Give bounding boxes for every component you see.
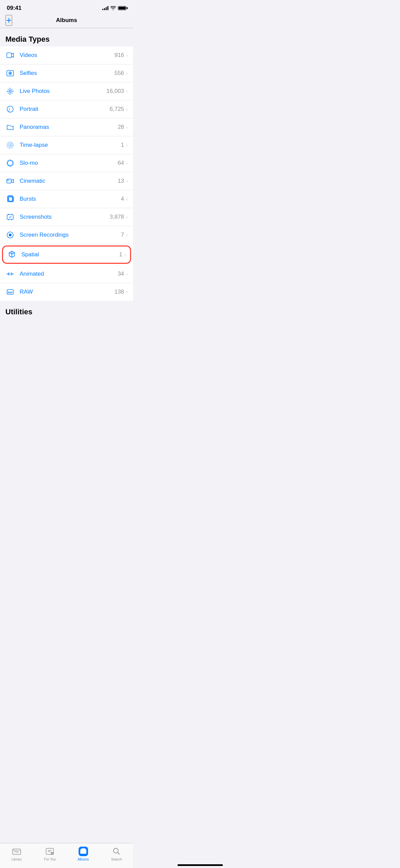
slo-mo-label: Slo-mo <box>20 160 118 166</box>
videos-right: 916 › <box>114 52 128 59</box>
raw-chevron: › <box>126 289 128 295</box>
live-photos-count: 16,003 <box>106 88 124 95</box>
list-item-screenshots[interactable]: Screenshots 3,878 › <box>0 208 133 226</box>
animated-icon <box>5 269 15 279</box>
list-item-live-photos[interactable]: Live Photos 16,003 › <box>0 82 133 100</box>
live-photos-label: Live Photos <box>20 88 106 95</box>
list-item-time-lapse[interactable]: Time-lapse 1 › <box>0 136 133 154</box>
screenshots-chevron: › <box>126 214 128 220</box>
list-item-videos[interactable]: Videos 916 › <box>0 46 133 64</box>
animated-count: 34 <box>118 271 124 277</box>
spatial-label: Spatial <box>21 251 119 258</box>
bursts-chevron: › <box>126 196 128 202</box>
add-button[interactable]: + <box>5 15 12 26</box>
screen-recordings-icon <box>5 230 15 240</box>
screenshots-icon <box>5 212 15 222</box>
portrait-count: 6,725 <box>110 106 124 113</box>
header-title: Albums <box>56 17 77 24</box>
svg-line-20 <box>8 165 9 165</box>
svg-point-11 <box>10 145 11 146</box>
utilities-title: Utilities <box>5 308 32 316</box>
cinematic-icon <box>5 176 15 186</box>
slo-mo-count: 64 <box>118 160 124 166</box>
raw-icon: RAW <box>5 287 15 297</box>
screen-recordings-right: 7 › <box>121 232 128 238</box>
list-item-cinematic[interactable]: Cinematic 13 › <box>0 172 133 190</box>
selfies-chevron: › <box>126 71 128 76</box>
panoramas-count: 28 <box>118 124 124 131</box>
utilities-section: Utilities <box>0 301 133 319</box>
selfies-right: 556 › <box>114 70 128 77</box>
list-item-bursts[interactable]: Bursts 4 › <box>0 190 133 208</box>
battery-icon <box>118 6 126 10</box>
list-item-spatial[interactable]: Spatial 1 › <box>2 245 131 264</box>
media-types-list: Videos 916 › Selfies 556 › <box>0 46 133 301</box>
live-photos-chevron: › <box>126 88 128 94</box>
live-photos-right: 16,003 › <box>106 88 128 95</box>
svg-rect-22 <box>7 180 9 181</box>
svg-text:RAW: RAW <box>8 291 12 294</box>
spatial-icon <box>7 250 17 259</box>
svg-line-17 <box>8 161 9 162</box>
selfies-count: 556 <box>114 70 124 77</box>
svg-text:f: f <box>9 107 10 112</box>
screenshots-count: 3,878 <box>110 214 124 220</box>
slo-mo-chevron: › <box>126 160 128 166</box>
panoramas-right: 28 › <box>118 124 128 131</box>
animated-label: Animated <box>20 271 118 277</box>
status-time: 09:41 <box>7 5 21 12</box>
time-lapse-right: 1 › <box>121 142 128 149</box>
list-item-raw[interactable]: RAW RAW 138 › <box>0 283 133 301</box>
svg-rect-0 <box>7 53 12 58</box>
bursts-right: 4 › <box>121 196 128 202</box>
portrait-chevron: › <box>126 106 128 112</box>
media-types-section-header: Media Types <box>0 28 133 46</box>
animated-chevron: › <box>126 271 128 277</box>
list-item-panoramas[interactable]: Panoramas 28 › <box>0 118 133 136</box>
list-item-slo-mo[interactable]: Slo-mo 64 › <box>0 154 133 172</box>
panoramas-chevron: › <box>126 124 128 130</box>
portrait-icon: f <box>5 104 15 114</box>
videos-label: Videos <box>20 52 114 59</box>
list-item-portrait[interactable]: f Portrait 6,725 › <box>0 100 133 118</box>
utilities-section-header: Utilities <box>0 301 133 319</box>
screen-recordings-chevron: › <box>126 232 128 238</box>
svg-line-18 <box>12 165 13 165</box>
status-bar: 09:41 <box>0 0 133 14</box>
panoramas-icon <box>5 122 15 132</box>
list-item-screen-recordings[interactable]: Screen Recordings 7 › <box>0 226 133 244</box>
svg-point-5 <box>10 91 10 92</box>
animated-right: 34 › <box>118 271 128 277</box>
time-lapse-label: Time-lapse <box>20 142 121 149</box>
raw-count: 138 <box>114 289 124 295</box>
screen-recordings-label: Screen Recordings <box>20 232 121 238</box>
time-lapse-count: 1 <box>121 142 124 149</box>
cinematic-chevron: › <box>126 178 128 184</box>
panoramas-label: Panoramas <box>20 124 118 131</box>
selfies-label: Selfies <box>20 70 114 77</box>
spatial-right: 1 › <box>119 251 126 258</box>
bursts-icon <box>5 194 15 204</box>
screenshots-right: 3,878 › <box>110 214 128 220</box>
cinematic-right: 13 › <box>118 178 128 184</box>
videos-count: 916 <box>114 52 124 59</box>
screen-recordings-count: 7 <box>121 232 124 238</box>
slo-mo-icon <box>5 158 15 168</box>
wifi-icon <box>110 6 116 10</box>
signal-icon <box>102 6 108 10</box>
svg-point-7 <box>7 106 13 112</box>
spatial-count: 1 <box>119 251 122 258</box>
cinematic-label: Cinematic <box>20 178 118 184</box>
svg-line-19 <box>12 161 13 162</box>
spatial-chevron: › <box>124 252 126 257</box>
header: + Albums <box>0 14 133 28</box>
status-icons <box>102 6 126 10</box>
raw-label: RAW <box>20 289 114 295</box>
videos-chevron: › <box>126 53 128 58</box>
live-photos-icon <box>5 86 15 96</box>
screenshots-label: Screenshots <box>20 214 110 220</box>
raw-right: 138 › <box>114 289 128 295</box>
list-item-selfies[interactable]: Selfies 556 › <box>0 64 133 82</box>
list-item-animated[interactable]: Animated 34 › <box>0 265 133 283</box>
svg-point-28 <box>9 234 12 236</box>
